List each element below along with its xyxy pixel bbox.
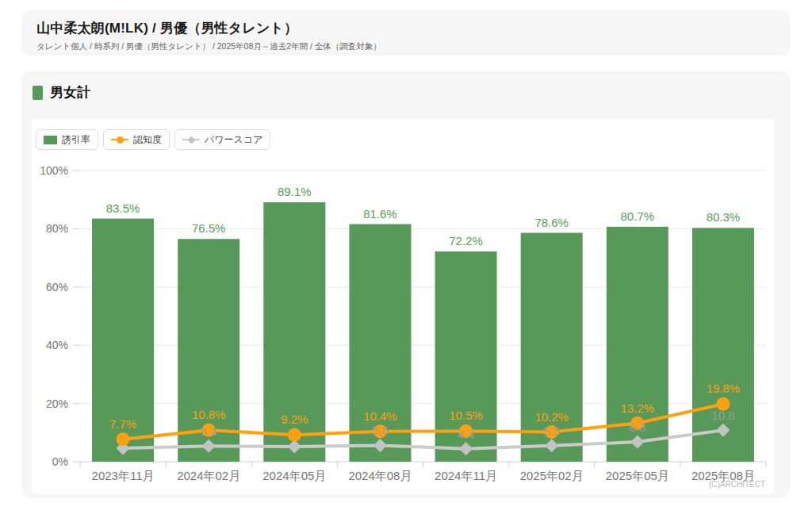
legend-label: パワースコア: [205, 133, 262, 147]
section-header: 男女計: [33, 83, 790, 102]
bar-value-label: 81.6%: [363, 207, 397, 221]
gray-line-swatch-icon: [182, 135, 200, 144]
section-marker-icon: [33, 86, 43, 100]
bar-value-label: 89.1%: [278, 185, 312, 198]
bar-value-label: 83.5%: [106, 201, 140, 215]
orange-line-swatch-icon: [111, 135, 128, 144]
header-card: 山中柔太朗(M!LK) / 男優（男性タレント） タレント個人 / 時系列 / …: [22, 10, 790, 56]
x-axis-label: 2024年11月: [435, 469, 497, 482]
power-score-label: 6.8: [629, 420, 645, 434]
power-score-label: 10.8: [711, 409, 734, 422]
awareness-label: 10.2%: [534, 410, 569, 424]
chart-legend: 誘引率 認知度 パワースコア: [36, 129, 270, 150]
x-axis-label: 2024年05月: [262, 469, 326, 482]
awareness-label: 9.2%: [281, 412, 308, 426]
y-axis-label: 20%: [46, 397, 68, 410]
awareness-label: 10.4%: [363, 409, 397, 423]
bar-value-label: 80.3%: [707, 210, 741, 224]
timeseries-chart: 0%20%40%60%80%100%2023年11月2024年02月2024年0…: [32, 159, 774, 494]
awareness-point[interactable]: [117, 432, 130, 446]
copyright-credit: (C)ARCHITECT: [709, 480, 765, 489]
power-score-label: 5.4: [201, 424, 217, 438]
y-axis-label: 80%: [46, 222, 68, 235]
y-axis-label: 60%: [46, 281, 68, 294]
legend-item-awareness[interactable]: 認知度: [103, 129, 170, 150]
awareness-label: 13.2%: [621, 401, 655, 415]
legend-label: 誘引率: [62, 133, 90, 147]
y-axis-label: 40%: [46, 339, 68, 351]
page: 山中柔太朗(M!LK) / 男優（男性タレント） タレント個人 / 時系列 / …: [0, 0, 812, 518]
bar-value-label: 78.6%: [534, 216, 569, 229]
awareness-label: 10.5%: [449, 409, 483, 422]
awareness-point[interactable]: [288, 428, 301, 442]
awareness-label: 10.8%: [192, 408, 226, 421]
legend-item-powerscore[interactable]: パワースコア: [174, 129, 270, 150]
bar-swatch-icon: [44, 136, 57, 144]
awareness-label: 19.8%: [707, 382, 741, 395]
breadcrumb: タレント個人 / 時系列 / 男優（男性タレント） / 2025年08月～過去2…: [36, 41, 776, 52]
power-score-label: 5.6: [372, 424, 389, 437]
power-score-label: 4.4: [458, 428, 474, 441]
bar-value-label: 72.2%: [449, 234, 483, 247]
page-title: 山中柔太朗(M!LK) / 男優（男性タレント）: [36, 19, 776, 37]
chart-panel: 誘引率 認知度 パワースコア 0%20%40%60: [32, 119, 774, 494]
x-axis-label: 2024年08月: [348, 469, 412, 482]
y-axis-label: 0%: [52, 455, 68, 468]
x-axis-label: 2024年02月: [177, 469, 240, 482]
section-title: 男女計: [50, 83, 90, 102]
bar-value-label: 76.5%: [192, 221, 226, 235]
y-axis-label: 100%: [40, 164, 68, 177]
legend-item-attraction[interactable]: 誘引率: [36, 129, 98, 150]
chart-section-card: 男女計 誘引率 認知度: [22, 71, 790, 498]
x-axis-label: 2023年11月: [92, 469, 155, 482]
bar-value-label: 80.7%: [621, 209, 655, 223]
legend-label: 認知度: [133, 133, 162, 147]
awareness-label: 7.7%: [109, 417, 136, 431]
power-score-label: 5.5: [543, 424, 560, 438]
x-axis-label: 2025年02月: [520, 469, 584, 482]
x-axis-label: 2025年05月: [606, 469, 669, 482]
